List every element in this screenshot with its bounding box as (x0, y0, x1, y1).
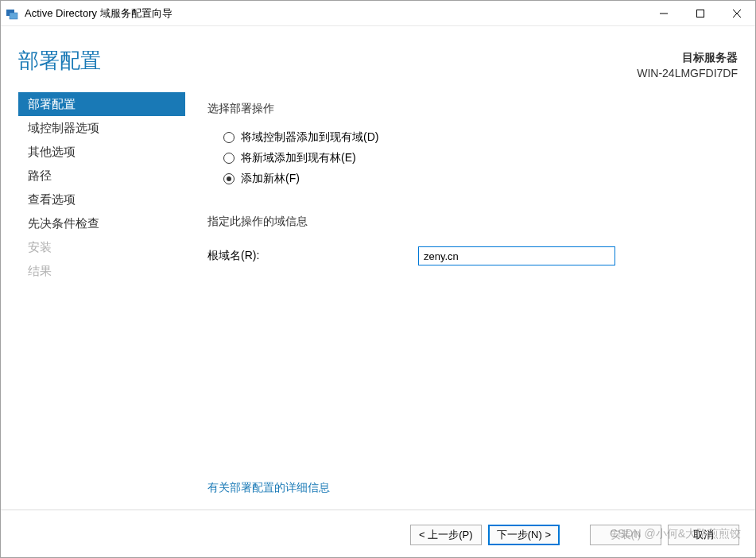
radio-add-new-forest[interactable]: 添加新林(F) (223, 169, 736, 189)
window-controls (646, 1, 755, 26)
body: 部署配置 域控制器选项 其他选项 路径 查看选项 先决条件检查 安装 结果 选择… (1, 89, 755, 510)
sidebar-item-review-options[interactable]: 查看选项 (18, 188, 185, 211)
select-operation-label: 选择部署操作 (207, 102, 736, 116)
sidebar-item-deploy-config[interactable]: 部署配置 (18, 92, 185, 116)
minimize-button[interactable] (646, 1, 682, 26)
sidebar-item-paths[interactable]: 路径 (18, 164, 185, 188)
radio-label: 将新域添加到现有林(E) (241, 151, 356, 165)
radio-input[interactable] (223, 153, 235, 164)
wizard-window: Active Directory 域服务配置向导 部署配置 目标服务器 WIN-… (0, 0, 756, 558)
radio-add-dc-existing-domain[interactable]: 将域控制器添加到现有域(D) (223, 127, 736, 148)
svg-rect-1 (10, 13, 17, 19)
install-button: 安装(I) (590, 525, 661, 545)
titlebar: Active Directory 域服务配置向导 (1, 1, 755, 26)
previous-button[interactable]: < 上一步(P) (410, 525, 482, 545)
sidebar-item-prereq-check[interactable]: 先决条件检查 (18, 211, 185, 235)
radio-add-domain-existing-forest[interactable]: 将新域添加到现有林(E) (223, 148, 736, 169)
sidebar-item-results: 结果 (18, 259, 185, 283)
sidebar-item-install: 安装 (18, 235, 185, 259)
radio-input[interactable] (223, 173, 235, 184)
app-icon (6, 7, 18, 20)
sidebar-item-other-options[interactable]: 其他选项 (18, 140, 185, 164)
next-button[interactable]: 下一步(N) > (488, 525, 560, 545)
cancel-button[interactable]: 取消 (668, 525, 739, 545)
sidebar: 部署配置 域控制器选项 其他选项 路径 查看选项 先决条件检查 安装 结果 (18, 89, 185, 510)
page-title: 部署配置 (18, 47, 101, 75)
target-server-name: WIN-24LMGFDI7DF (637, 66, 738, 82)
radio-label: 将域控制器添加到现有域(D) (241, 130, 378, 145)
footer: < 上一步(P) 下一步(N) > 安装(I) 取消 (1, 510, 755, 558)
sidebar-item-dc-options[interactable]: 域控制器选项 (18, 116, 185, 140)
target-server-label: 目标服务器 (637, 50, 738, 66)
radio-label: 添加新林(F) (241, 172, 300, 186)
radio-input[interactable] (223, 132, 235, 143)
svg-rect-3 (697, 10, 704, 17)
root-domain-label: 根域名(R): (207, 249, 418, 263)
target-server-info: 目标服务器 WIN-24LMGFDI7DF (637, 47, 738, 81)
domain-info-label: 指定此操作的域信息 (207, 215, 736, 229)
root-domain-row: 根域名(R): (207, 246, 736, 265)
content-area: 部署配置 目标服务器 WIN-24LMGFDI7DF 部署配置 域控制器选项 其… (1, 26, 755, 558)
close-button[interactable] (719, 1, 755, 26)
help-link[interactable]: 有关部署配置的详细信息 (207, 481, 736, 495)
root-domain-input[interactable] (418, 246, 615, 265)
window-title: Active Directory 域服务配置向导 (25, 6, 173, 21)
main-panel: 选择部署操作 将域控制器添加到现有域(D) 将新域添加到现有林(E) 添加新林(… (185, 89, 755, 510)
deployment-operation-radios: 将域控制器添加到现有域(D) 将新域添加到现有林(E) 添加新林(F) (223, 127, 736, 189)
maximize-button[interactable] (682, 1, 719, 26)
page-header: 部署配置 目标服务器 WIN-24LMGFDI7DF (1, 26, 755, 89)
